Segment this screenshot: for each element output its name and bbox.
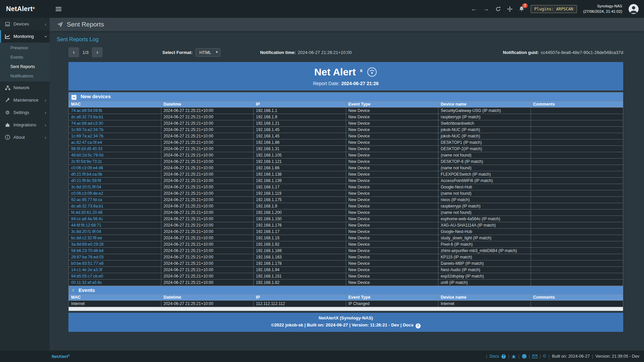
- mac-link[interactable]: 92:ac:85:77:fd:ca: [71, 197, 102, 202]
- mac-cell[interactable]: 48:b0:2d:5c:79:0d: [69, 152, 161, 159]
- mac-cell[interactable]: 3c:8d:20:f1:9f:04: [69, 184, 161, 190]
- mac-cell[interactable]: 92:ac:85:77:fd:ca: [69, 197, 161, 203]
- column-header: IP: [254, 294, 346, 301]
- question-circle-icon[interactable]: ?: [501, 354, 506, 359]
- copyright-icon[interactable]: ©: [543, 354, 546, 359]
- mac-link[interactable]: 94:b5:55:c7:cb:e0: [71, 274, 103, 279]
- move-arrows-icon[interactable]: [507, 6, 513, 12]
- sidebar-item-notifications[interactable]: Notifications: [0, 71, 50, 81]
- mac-link[interactable]: ac:82:47:ca:0f:e4: [71, 140, 102, 145]
- sidebar-item-integrations[interactable]: Integrations ‹: [0, 119, 50, 131]
- sidebar-item-maintenance[interactable]: Maintenance ‹: [0, 94, 50, 106]
- datetime-cell: 2024-06-27 21:25:21+10:00: [161, 133, 254, 139]
- question-circle-icon[interactable]: ?: [416, 323, 421, 328]
- sidebar-label-settings: Settings: [13, 110, 29, 115]
- mac-cell[interactable]: 3c:8d:20:f1:9f:04: [69, 229, 161, 235]
- device-name-cell: esphome-web-4a564c (IP match): [438, 216, 531, 222]
- sidebar-item-network[interactable]: Network: [0, 81, 50, 94]
- sidebar-item-events[interactable]: Events: [0, 53, 50, 62]
- mac-link[interactable]: 3a:9d:69:e0:29:28: [71, 242, 104, 247]
- refresh-icon[interactable]: [495, 6, 501, 12]
- mac-link[interactable]: 74:ac:b9:ad:c3:30: [71, 121, 103, 126]
- mac-cell[interactable]: f4:4d:30:61:20:46: [69, 209, 161, 216]
- ip-cell: 192.168.1.15: [254, 235, 346, 241]
- mac-link[interactable]: c0:06:c3:09:e4:46: [71, 166, 103, 170]
- mac-link[interactable]: bc:dd:c2:32:f9:ee: [71, 236, 102, 240]
- mac-cell[interactable]: 00:11:32:ef:a5:6c: [69, 280, 161, 286]
- github-icon[interactable]: [522, 354, 527, 359]
- datetime-cell: 2024-06-27 21:25:21+10:00: [161, 209, 254, 216]
- prev-page-button[interactable]: ‹: [68, 47, 79, 57]
- mac-cell[interactable]: 74:ac:b9:54:09:fb: [69, 108, 161, 114]
- mac-cell[interactable]: 58:b6:23:70:d6:b4: [69, 248, 161, 254]
- table-row: 58:b6:23:70:d6:b42024-06-27 21:25:21+10:…: [69, 248, 623, 254]
- mac-link[interactable]: 98:5f:d3:d5:40:33: [71, 146, 102, 151]
- mac-cell[interactable]: dc:a6:32:73:8a:b1: [69, 114, 161, 120]
- mac-cell[interactable]: 94:b5:55:c7:cb:e0: [69, 273, 161, 280]
- column-header: Comments: [531, 101, 623, 108]
- sidebar-item-monitoring[interactable]: Monitoring ‹: [0, 30, 50, 43]
- network-icon: [5, 85, 10, 90]
- mac-link[interactable]: 3c:8d:20:f1:9f:04: [71, 185, 101, 189]
- sidebar-toggle-button[interactable]: [50, 7, 67, 11]
- notifications-bell-icon[interactable]: 7: [519, 6, 524, 12]
- mac-link[interactable]: 84:cc:a8:4a:56:4c: [71, 217, 103, 221]
- mac-cell[interactable]: 14:c1:4e:2e:a3:3f: [69, 267, 161, 273]
- mac-cell[interactable]: 98:5f:d3:d5:40:33: [69, 146, 161, 152]
- mac-cell[interactable]: dc:a6:32:73:8a:b1: [69, 203, 161, 209]
- mac-cell[interactable]: d0:21:f9:8c:59:f9: [69, 178, 161, 184]
- mac-link[interactable]: f4:4d:30:61:20:46: [71, 210, 102, 215]
- mac-cell[interactable]: bc:dd:c2:32:f9:ee: [69, 235, 161, 241]
- mac-cell[interactable]: 74:ac:b9:ad:c3:30: [69, 120, 161, 127]
- next-page-button[interactable]: ›: [92, 47, 103, 57]
- mac-cell[interactable]: 44:6f:f8:12:68:71: [69, 222, 161, 229]
- mac-link[interactable]: dc:a6:32:73:8a:b1: [71, 204, 103, 208]
- mac-link[interactable]: 1c:69:7a:a2:34:7b: [71, 127, 103, 132]
- mac-link[interactable]: 58:b6:23:70:d6:b4: [71, 248, 104, 253]
- sidebar-item-about[interactable]: About ‹: [0, 131, 50, 143]
- mac-cell[interactable]: 1c:69:7a:a2:34:7b: [69, 133, 161, 139]
- forward-arrow-icon[interactable]: →: [483, 6, 489, 12]
- plugins-arpscan-button[interactable]: Plugins: ARPSCAN: [531, 5, 577, 13]
- datetime-cell: 2024-06-27 21:25:21+10:00: [161, 241, 254, 248]
- mac-link[interactable]: 28:87:ba:76:ed:03: [71, 255, 104, 259]
- mac-link[interactable]: 74:ac:b9:54:09:fb: [71, 108, 102, 113]
- datetime-cell: 2024-06-27 21:25:21+10:00: [161, 216, 254, 222]
- mail-icon[interactable]: [532, 355, 537, 358]
- sidebar-item-devices[interactable]: Devices ‹: [0, 18, 50, 30]
- user-avatar[interactable]: [629, 4, 639, 14]
- mac-cell[interactable]: ac:82:47:ca:0f:e4: [69, 139, 161, 146]
- mac-cell[interactable]: c0:06:c3:09:de:e2: [69, 190, 161, 197]
- mac-cell[interactable]: b0:be:83:51:77:e8: [69, 260, 161, 267]
- mac-link[interactable]: 3c:8d:20:f1:9f:04: [71, 229, 101, 234]
- mac-link[interactable]: b0:be:83:51:77:e8: [71, 261, 104, 266]
- comments-cell: [531, 159, 623, 165]
- mac-cell[interactable]: 28:87:ba:76:ed:03: [69, 254, 161, 260]
- sidebar-item-settings[interactable]: ⚙ Settings ‹: [0, 106, 50, 119]
- monitoring-icon: [5, 34, 10, 39]
- mac-link[interactable]: d0:21:f9:8c:59:f9: [71, 178, 101, 183]
- mac-link[interactable]: 2c:f0:5d:9e:73:2c: [71, 159, 102, 164]
- mac-cell[interactable]: c0:06:c3:09:e4:46: [69, 165, 161, 171]
- mac-cell[interactable]: d0:21:f9:b4:ca:0b: [69, 171, 161, 178]
- mac-link[interactable]: 14:c1:4e:2e:a3:3f: [71, 267, 102, 272]
- mac-link[interactable]: 48:b0:2d:5c:79:0d: [71, 153, 103, 158]
- mac-link[interactable]: dc:a6:32:73:8a:b1: [71, 115, 103, 119]
- footer-docs-link[interactable]: Docs: [490, 354, 499, 359]
- sidebar-item-sent-reports[interactable]: Sent Reports: [0, 62, 50, 71]
- mac-link[interactable]: c0:06:c3:09:de:e2: [71, 191, 103, 196]
- sidebar-item-presence[interactable]: Presence: [0, 43, 50, 53]
- mac-cell[interactable]: 2c:f0:5d:9e:73:2c: [69, 159, 161, 165]
- brand-logo[interactable]: NetAlertx: [0, 0, 50, 18]
- mac-link[interactable]: 1c:69:7a:a2:34:7b: [71, 134, 103, 138]
- footer-brand[interactable]: NetAlertx: [52, 354, 70, 359]
- format-select[interactable]: HTML: [196, 48, 220, 57]
- mac-link[interactable]: 00:11:32:ef:a5:6c: [71, 280, 102, 285]
- mac-cell[interactable]: 84:cc:a8:4a:56:4c: [69, 216, 161, 222]
- mac-link[interactable]: 44:6f:f8:12:68:71: [71, 223, 101, 228]
- mac-cell[interactable]: 3a:9d:69:e0:29:28: [69, 241, 161, 248]
- mac-link[interactable]: d0:21:f9:b4:ca:0b: [71, 172, 102, 177]
- back-arrow-icon[interactable]: ←: [471, 6, 477, 12]
- bug-report-icon[interactable]: [512, 354, 516, 359]
- mac-cell[interactable]: 1c:69:7a:a2:34:7b: [69, 127, 161, 133]
